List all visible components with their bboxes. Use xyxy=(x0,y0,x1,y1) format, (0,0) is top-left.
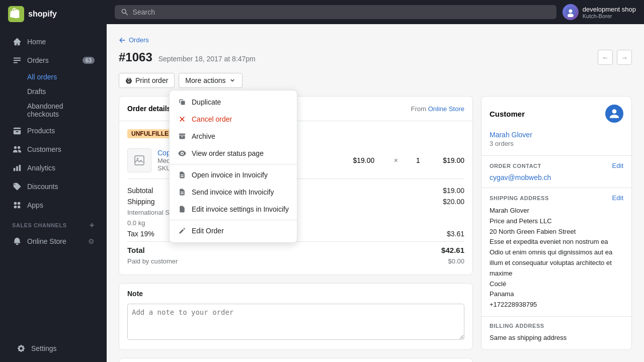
dropdown-cancel-label: Cancel order xyxy=(192,115,232,123)
main-content: development shop Kutch-Borer Orders #106… xyxy=(107,0,644,362)
print-order-button[interactable]: Print order xyxy=(119,73,175,88)
customer-body: Marah Glover 3 orders xyxy=(481,131,631,155)
discounts-icon xyxy=(12,182,22,192)
shipping-weight: 0.0 kg xyxy=(127,219,145,227)
shipping-label: Shipping xyxy=(127,198,155,206)
more-actions-button[interactable]: More actions xyxy=(179,73,242,88)
shipping-country: Panama xyxy=(490,289,623,300)
add-sales-channel-button[interactable]: + xyxy=(90,221,95,230)
shipping-line2: Esse et expedita eveniet non nostrum ea xyxy=(490,237,623,247)
dropdown-open-invoice[interactable]: Open invoice in Invoicify xyxy=(170,166,297,184)
shipping-line5: maxime xyxy=(490,268,623,279)
shipping-edit-button[interactable]: Edit xyxy=(612,194,623,202)
dropdown-view-status[interactable]: View order status page xyxy=(170,145,297,162)
dropdown-cancel-order[interactable]: Cancel order xyxy=(170,111,297,128)
sidebar-item-analytics[interactable]: Analytics xyxy=(4,159,103,177)
sidebar-item-products-label: Products xyxy=(27,127,55,135)
customers-icon xyxy=(12,144,22,154)
dropdown-archive-label: Archive xyxy=(192,132,215,140)
more-actions-label: More actions xyxy=(185,76,225,84)
customer-name-link[interactable]: Marah Glover xyxy=(490,131,623,139)
user-avatar xyxy=(562,4,579,20)
archive-icon xyxy=(178,132,187,141)
order-title: #1063 September 18, 2017 at 8:47pm xyxy=(119,50,256,64)
search-bar[interactable] xyxy=(115,5,556,19)
shipping-value: $20.00 xyxy=(443,198,464,206)
sidebar-item-settings[interactable]: Settings xyxy=(8,339,99,357)
sidebar-item-products[interactable]: Products xyxy=(4,122,103,140)
sales-channels-title: SALES CHANNELS xyxy=(12,222,67,228)
next-order-button[interactable]: → xyxy=(617,50,632,65)
sidebar-item-orders-label: Orders xyxy=(27,56,49,64)
customer-card: Customer Marah Glover 3 orders ORDER CON… xyxy=(481,96,632,350)
topbar: development shop Kutch-Borer xyxy=(107,0,644,24)
dropdown-archive[interactable]: Archive xyxy=(170,128,297,145)
sidebar-item-home-label: Home xyxy=(27,38,46,46)
order-detail-title: Order details xyxy=(127,105,171,113)
contact-email[interactable]: cygav@mobweb.ch xyxy=(490,173,623,182)
user-menu[interactable]: development shop Kutch-Borer xyxy=(562,4,636,20)
sidebar-sub-all-orders[interactable]: All orders xyxy=(4,70,103,84)
prev-order-button[interactable]: ← xyxy=(598,50,613,65)
dropdown-edit-order-label: Edit Order xyxy=(192,227,224,235)
shipping-address: Marah Glover Price and Peters LLC 20 Nor… xyxy=(490,206,623,310)
back-arrow-icon xyxy=(119,37,126,44)
contact-edit-button[interactable]: Edit xyxy=(612,162,623,169)
edit-invoice-icon xyxy=(178,205,187,214)
svg-point-5 xyxy=(137,158,138,159)
subtotal-value: $19.00 xyxy=(443,187,464,195)
dropdown-send-invoice[interactable]: Send invoice with Invoicify xyxy=(170,184,297,201)
shop-sub: Kutch-Borer xyxy=(583,13,636,19)
shopify-logo-icon xyxy=(8,6,24,22)
search-input[interactable] xyxy=(133,8,550,16)
shipping-title: SHIPPING ADDRESS Edit xyxy=(490,194,623,202)
dropdown-view-status-label: View order status page xyxy=(192,149,264,157)
sidebar-item-apps[interactable]: Apps xyxy=(4,196,103,214)
apps-icon xyxy=(12,200,22,210)
billing-title: BILLING ADDRESS xyxy=(490,323,623,329)
analytics-icon xyxy=(12,163,22,173)
product-price-times: × xyxy=(390,156,402,164)
product-qty: 1 xyxy=(408,156,428,164)
contact-section: ORDER CONTACT Edit cygav@mobweb.ch xyxy=(481,155,631,188)
svg-rect-4 xyxy=(135,156,144,165)
customer-avatar xyxy=(605,105,623,123)
sidebar-item-online-store[interactable]: Online Store ⚙ xyxy=(4,232,103,250)
sidebar-item-customers[interactable]: Customers xyxy=(4,140,103,158)
from-label: From xyxy=(411,105,426,113)
dropdown-edit-order[interactable]: Edit Order xyxy=(170,222,297,239)
send-invoice-icon xyxy=(178,188,187,197)
app-name: shopify xyxy=(28,10,57,19)
contact-title: ORDER CONTACT Edit xyxy=(490,162,623,169)
note-input[interactable] xyxy=(127,304,464,340)
sidebar-sub-abandoned[interactable]: Abandoned checkouts xyxy=(4,99,103,121)
dropdown-open-invoice-label: Open invoice in Invoicify xyxy=(192,171,268,179)
orders-badge: 63 xyxy=(83,57,95,64)
print-order-label: Print order xyxy=(135,76,168,84)
order-toolbar: Print order More actions Duplicate xyxy=(119,73,632,88)
shipping-city: Coclé xyxy=(490,279,623,290)
sidebar-item-discounts[interactable]: Discounts xyxy=(4,177,103,196)
sidebar-sub-drafts[interactable]: Drafts xyxy=(4,84,103,99)
dropdown-edit-invoice-settings-label: Edit invoice settings in Invoicify xyxy=(192,205,289,213)
back-to-orders[interactable]: Orders xyxy=(119,36,632,44)
dropdown-edit-invoice-settings[interactable]: Edit invoice settings in Invoicify xyxy=(170,201,297,218)
tax-value: $3.61 xyxy=(447,230,464,238)
dropdown-duplicate[interactable]: Duplicate xyxy=(170,94,297,111)
sidebar-item-orders[interactable]: Orders 63 xyxy=(4,51,103,69)
paid-value: $0.00 xyxy=(448,257,464,265)
view-icon xyxy=(178,149,187,158)
from-source-link[interactable]: Online Store xyxy=(428,105,464,113)
sidebar-footer: Settings xyxy=(0,335,107,362)
printer-icon xyxy=(125,77,132,84)
user-details: development shop Kutch-Borer xyxy=(583,6,636,19)
note-body xyxy=(119,304,472,349)
online-store-settings-icon[interactable]: ⚙ xyxy=(88,237,95,245)
billing-same: Same as shipping address xyxy=(490,333,623,343)
sidebar-item-discounts-label: Discounts xyxy=(27,183,58,191)
home-icon xyxy=(12,37,22,47)
sidebar: shopify Home Orders 63 All orders Drafts… xyxy=(0,0,107,362)
edit-order-icon xyxy=(178,226,187,235)
sidebar-item-home[interactable]: Home xyxy=(4,33,103,51)
note-title: Note xyxy=(119,284,472,304)
